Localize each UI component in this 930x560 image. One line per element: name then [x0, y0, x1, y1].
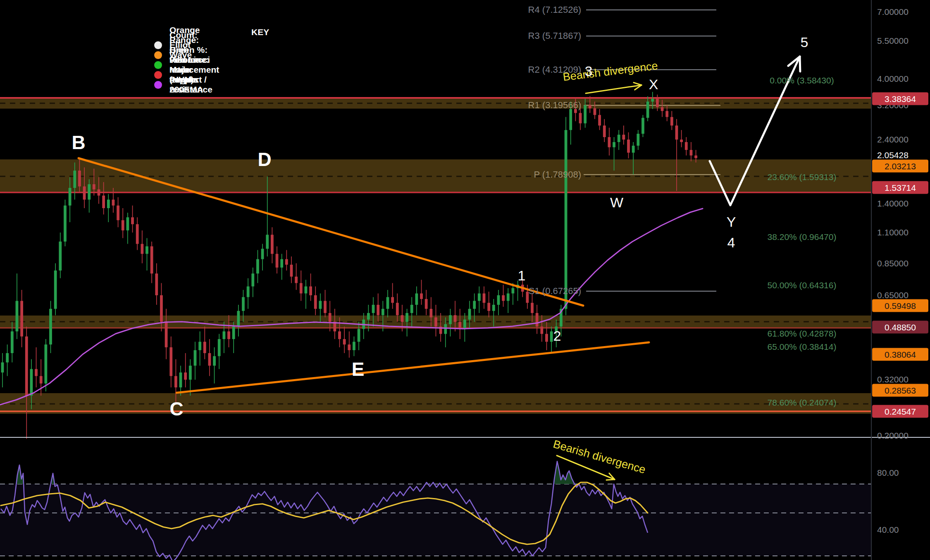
trading-chart-window: KEY Count: Elliot Wave Orange Range: Hig…	[0, 0, 930, 560]
trendline	[176, 342, 649, 393]
price-axis[interactable]	[871, 0, 930, 560]
candles	[1, 92, 697, 439]
divergence-arrow	[586, 85, 641, 93]
chart-canvas[interactable]	[0, 0, 930, 560]
divergence-arrow	[557, 456, 615, 479]
